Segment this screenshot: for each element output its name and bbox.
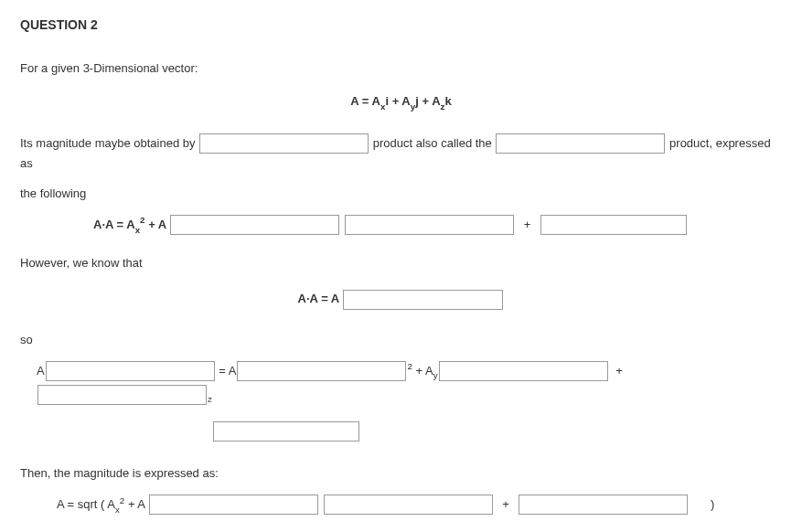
eq1-sq: 2 — [140, 215, 144, 225]
blank-7[interactable] — [46, 361, 215, 381]
blank-14[interactable] — [519, 495, 688, 515]
equation-A-expand: A = A2 + Ay + z — [37, 359, 782, 407]
so-text: so — [20, 332, 782, 348]
eq1-x: x — [135, 225, 140, 235]
vdef-p1: + A — [389, 94, 411, 108]
eq4-plusA: + A — [124, 497, 144, 511]
blank-1[interactable] — [199, 133, 369, 154]
eq2-lead: A·A = A — [298, 292, 339, 305]
blank-4[interactable] — [345, 215, 514, 235]
blank-9[interactable] — [439, 361, 608, 381]
eq4-sq: 2 — [120, 495, 124, 505]
vector-definition: A = Axi + Ayj + Azk — [20, 93, 782, 112]
blank-11[interactable] — [213, 421, 359, 442]
equation-sqrt: A = sqrt ( Ax2 + A + ) — [57, 493, 782, 516]
vdef-lead: A = A — [350, 94, 380, 108]
vdef-p2: + A — [419, 94, 441, 108]
eq3-eqA: = A — [219, 364, 236, 378]
vdef-x: x — [380, 101, 385, 112]
eq4-lead: A = sqrt ( A — [57, 497, 115, 511]
vdef-y: y — [411, 101, 415, 112]
however-text: However, we know that — [20, 255, 782, 271]
then-text: Then, the magnitude is expressed as: — [20, 465, 782, 482]
eq3-zsub: z — [208, 394, 212, 404]
eq1-lead: A·A = A — [93, 218, 135, 231]
blank-13[interactable] — [324, 495, 493, 515]
eq3-two: 2 — [407, 361, 412, 371]
s1-mid: product also called the — [373, 136, 496, 150]
s1-pre: Its magnitude maybe obtained by — [20, 136, 198, 150]
equation-dot-simple: A·A = A — [20, 288, 782, 312]
blank-12[interactable] — [149, 495, 318, 515]
eq4-close: ) — [711, 497, 714, 511]
eq3-A: A — [37, 364, 45, 378]
question-title: QUESTION 2 — [20, 16, 782, 35]
eq1-plus: + — [524, 218, 531, 231]
vdef-z: z — [441, 101, 445, 112]
equation-A-expand-wrap — [212, 420, 782, 443]
eq1-plusA: + A — [145, 218, 166, 231]
eq4-x: x — [115, 505, 120, 515]
equation-dot-expand: A·A = Ax2 + A + — [93, 213, 782, 237]
eq4-plus: + — [502, 497, 509, 511]
eq3-plus: + — [615, 364, 623, 378]
vdef-k: k — [444, 94, 451, 108]
blank-3[interactable] — [170, 215, 339, 235]
eq3-plusAy: + A — [416, 364, 433, 378]
intro-text: For a given 3-Dimensional vector: — [20, 60, 782, 77]
blank-8[interactable] — [237, 361, 406, 381]
blank-5[interactable] — [540, 215, 687, 235]
eq3-ysub: y — [433, 370, 438, 380]
s1-after: the following — [20, 186, 782, 202]
blank-10[interactable] — [37, 385, 207, 405]
blank-6[interactable] — [343, 290, 503, 310]
sentence-blanks-1: Its magnitude maybe obtained by product … — [20, 132, 782, 173]
blank-2[interactable] — [496, 133, 665, 154]
